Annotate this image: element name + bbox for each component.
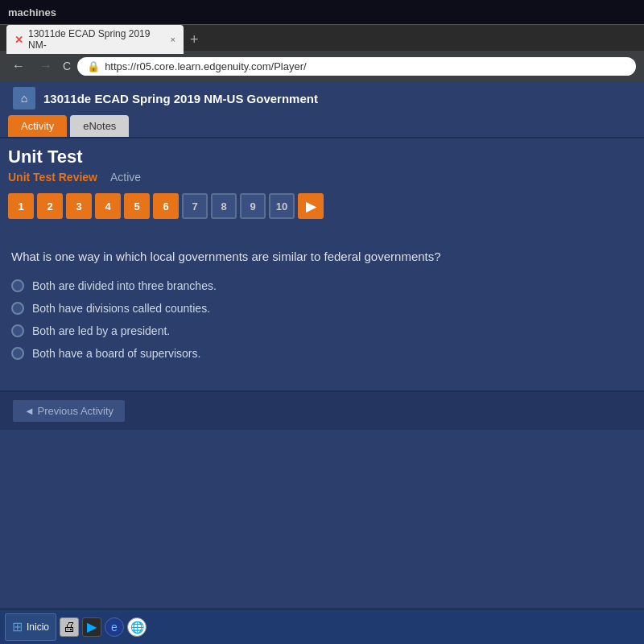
address-text: https://r05.core.learn.edgenuity.com/Pla… bbox=[105, 60, 307, 72]
tab-favicon: ✕ bbox=[14, 34, 23, 46]
unit-subtitle-row: Unit Test Review Active bbox=[8, 171, 636, 184]
quiz-footer: ◄ Previous Activity bbox=[0, 390, 644, 430]
radio-b[interactable] bbox=[11, 302, 24, 315]
windows-icon: ⊞ bbox=[12, 619, 23, 634]
q-btn-7[interactable]: 7 bbox=[182, 193, 208, 219]
answer-option-d[interactable]: Both have a board of supervisors. bbox=[11, 347, 633, 360]
radio-d[interactable] bbox=[11, 347, 24, 360]
app-header: ⌂ 13011de ECAD Spring 2019 NM-US Governm… bbox=[0, 81, 644, 115]
tab-title: 13011de ECAD Spring 2019 NM- bbox=[28, 28, 166, 51]
q-btn-next-arrow[interactable]: ▶ bbox=[298, 193, 324, 219]
q-btn-3[interactable]: 3 bbox=[66, 193, 92, 219]
tab-enotes[interactable]: eNotes bbox=[70, 115, 129, 137]
q-btn-5[interactable]: 5 bbox=[124, 193, 150, 219]
unit-subtitle: Unit Test Review bbox=[8, 171, 97, 184]
answer-text-c: Both are led by a president. bbox=[32, 324, 170, 337]
content-scroll: Unit Test Unit Test Review Active 1 2 3 bbox=[0, 138, 644, 609]
inicio-label: Inicio bbox=[27, 621, 49, 633]
answer-option-a[interactable]: Both are divided into three branches. bbox=[11, 279, 633, 292]
tab-close-btn[interactable]: × bbox=[171, 35, 175, 44]
question-area: What is one way in which local governmen… bbox=[8, 235, 636, 382]
answer-text-b: Both have divisions called counties. bbox=[32, 302, 210, 315]
back-btn[interactable]: ← bbox=[8, 57, 29, 75]
media-player-icon[interactable]: ▶ bbox=[82, 617, 101, 637]
bezel-text: machines bbox=[8, 6, 56, 19]
address-bar-row: ← → C 🔒 https://r05.core.learn.edgenuity… bbox=[0, 51, 644, 81]
tab-activity[interactable]: Activity bbox=[8, 115, 67, 137]
browser-tab[interactable]: ✕ 13011de ECAD Spring 2019 NM- × bbox=[6, 25, 184, 54]
tab-activity-label: Activity bbox=[21, 120, 54, 132]
printer-icon[interactable]: 🖨 bbox=[60, 617, 79, 637]
q-btn-4[interactable]: 4 bbox=[95, 193, 121, 219]
refresh-btn[interactable]: C bbox=[63, 60, 71, 72]
q-btn-9[interactable]: 9 bbox=[240, 193, 266, 219]
ie-icon[interactable]: e bbox=[105, 617, 124, 637]
q-btn-10[interactable]: 10 bbox=[269, 193, 295, 219]
radio-a[interactable] bbox=[11, 279, 24, 292]
new-tab-btn[interactable]: + bbox=[184, 31, 205, 48]
unit-status: Active bbox=[110, 171, 141, 184]
prev-activity-btn[interactable]: ◄ Previous Activity bbox=[13, 400, 125, 422]
tabs-row: Activity eNotes bbox=[0, 115, 644, 138]
browser-area: ⌂ 13011de ECAD Spring 2019 NM-US Governm… bbox=[0, 81, 644, 644]
prev-btn-label: ◄ Previous Activity bbox=[24, 405, 114, 417]
home-btn[interactable]: ⌂ bbox=[13, 87, 35, 109]
radio-c[interactable] bbox=[11, 324, 24, 337]
unit-title: Unit Test bbox=[8, 138, 636, 167]
tab-bar: ✕ 13011de ECAD Spring 2019 NM- × + bbox=[0, 25, 644, 51]
answer-text-a: Both are divided into three branches. bbox=[32, 279, 217, 292]
forward-btn[interactable]: → bbox=[35, 57, 56, 75]
inicio-btn[interactable]: ⊞ Inicio bbox=[5, 613, 56, 641]
top-bezel: machines bbox=[0, 0, 644, 24]
q-btn-2[interactable]: 2 bbox=[37, 193, 63, 219]
answer-option-c[interactable]: Both are led by a president. bbox=[11, 324, 633, 337]
chrome-icon[interactable]: 🌐 bbox=[127, 617, 147, 637]
page-layout: machines ✕ 13011de ECAD Spring 2019 NM- … bbox=[0, 0, 644, 644]
lock-icon: 🔒 bbox=[87, 60, 100, 72]
answer-option-b[interactable]: Both have divisions called counties. bbox=[11, 302, 633, 315]
app-title: 13011de ECAD Spring 2019 NM-US Governmen… bbox=[43, 92, 318, 105]
question-text: What is one way in which local governmen… bbox=[11, 248, 633, 266]
q-btn-1[interactable]: 1 bbox=[8, 193, 34, 219]
taskbar: ⊞ Inicio 🖨 ▶ e 🌐 bbox=[0, 609, 644, 644]
browser-chrome: ✕ 13011de ECAD Spring 2019 NM- × + ← → C… bbox=[0, 24, 644, 81]
answer-text-d: Both have a board of supervisors. bbox=[32, 347, 200, 360]
quiz-container: Unit Test Unit Test Review Active 1 2 3 bbox=[0, 138, 644, 382]
tab-enotes-label: eNotes bbox=[83, 120, 116, 132]
question-numbers: 1 2 3 4 5 6 bbox=[8, 193, 636, 219]
q-btn-8[interactable]: 8 bbox=[211, 193, 237, 219]
q-btn-6[interactable]: 6 bbox=[153, 193, 179, 219]
home-icon-symbol: ⌂ bbox=[21, 92, 27, 105]
address-bar[interactable]: 🔒 https://r05.core.learn.edgenuity.com/P… bbox=[77, 57, 636, 76]
